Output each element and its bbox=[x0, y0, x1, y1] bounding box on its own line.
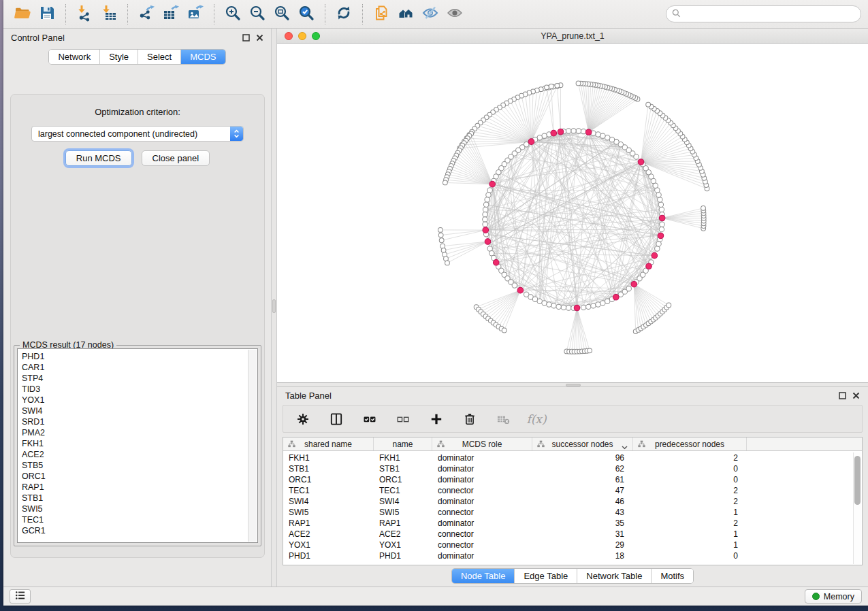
cell-shared_name[interactable]: TEC1 bbox=[283, 486, 374, 495]
graph-node[interactable] bbox=[542, 301, 547, 306]
cell-name[interactable]: ACE2 bbox=[374, 529, 432, 539]
save-session-button[interactable] bbox=[35, 3, 59, 26]
graph-node[interactable] bbox=[502, 328, 507, 333]
cell-predecessor_nodes[interactable]: 1 bbox=[633, 529, 747, 539]
cell-predecessor_nodes[interactable]: 2 bbox=[633, 453, 747, 463]
cell-predecessor_nodes[interactable]: 2 bbox=[633, 497, 747, 506]
float-panel-icon[interactable] bbox=[242, 34, 250, 42]
column-header-shared_name[interactable]: shared name bbox=[283, 437, 374, 450]
export-table-button[interactable] bbox=[159, 3, 183, 26]
mcds-result-item[interactable]: STB1 bbox=[22, 493, 257, 503]
graph-node[interactable] bbox=[655, 188, 660, 193]
cell-shared_name[interactable]: PHD1 bbox=[283, 551, 374, 561]
mcds-result-item[interactable]: SWI5 bbox=[22, 503, 257, 514]
cell-predecessor_nodes[interactable]: 0 bbox=[633, 464, 747, 474]
horizontal-splitter[interactable] bbox=[277, 383, 868, 387]
graph-node[interactable] bbox=[556, 304, 561, 309]
run-mcds-button[interactable]: Run MCDS bbox=[65, 150, 132, 166]
result-list-scrollbar[interactable] bbox=[248, 350, 257, 542]
graph-node[interactable] bbox=[660, 222, 664, 227]
table-row[interactable]: SWI5SWI5connector431 bbox=[283, 507, 862, 518]
column-header-name[interactable]: name bbox=[374, 437, 432, 450]
cell-mcds_role[interactable]: connector bbox=[432, 486, 532, 495]
graph-node[interactable] bbox=[596, 302, 600, 307]
graph-node[interactable] bbox=[646, 102, 651, 107]
vertical-splitter[interactable] bbox=[271, 29, 277, 587]
cell-name[interactable]: PHD1 bbox=[374, 551, 432, 561]
cell-name[interactable]: FKH1 bbox=[374, 453, 432, 463]
minimize-window-icon[interactable] bbox=[298, 32, 306, 40]
delete-table-icon[interactable] bbox=[495, 411, 511, 427]
graph-node[interactable] bbox=[537, 299, 542, 303]
delete-column-icon[interactable] bbox=[462, 411, 478, 427]
graph-node[interactable] bbox=[701, 205, 706, 210]
graph-node[interactable] bbox=[600, 133, 605, 138]
column-header-successor_nodes[interactable]: successor nodes bbox=[532, 437, 633, 450]
table-row[interactable]: ORC1ORC1dominator610 bbox=[283, 474, 862, 485]
mcds-result-item[interactable]: FKH1 bbox=[22, 438, 257, 449]
graph-node-mcds[interactable] bbox=[551, 130, 557, 136]
close-panel-icon[interactable] bbox=[256, 34, 263, 42]
graph-node[interactable] bbox=[486, 193, 491, 197]
graph-node[interactable] bbox=[555, 83, 560, 88]
cell-successor_nodes[interactable]: 43 bbox=[532, 508, 633, 517]
cell-shared_name[interactable]: YOX1 bbox=[283, 540, 374, 550]
column-header-predecessor_nodes[interactable]: predecessor nodes bbox=[633, 437, 747, 450]
cell-successor_nodes[interactable]: 18 bbox=[532, 551, 633, 561]
select-all-icon[interactable] bbox=[361, 411, 378, 427]
splitter-handle[interactable] bbox=[566, 384, 581, 386]
cell-successor_nodes[interactable]: 47 bbox=[532, 486, 633, 495]
graph-node[interactable] bbox=[445, 261, 450, 265]
cell-shared_name[interactable]: FKH1 bbox=[283, 453, 374, 463]
graph-node[interactable] bbox=[549, 84, 553, 89]
graph-node-mcds[interactable] bbox=[528, 139, 534, 145]
graph-node[interactable] bbox=[576, 129, 581, 133]
hide-selected-button[interactable] bbox=[418, 3, 443, 26]
cell-predecessor_nodes[interactable]: 0 bbox=[633, 551, 747, 561]
search-field[interactable] bbox=[666, 5, 861, 22]
graph-node[interactable] bbox=[596, 132, 600, 137]
cell-successor_nodes[interactable]: 29 bbox=[532, 540, 633, 550]
export-network-button[interactable] bbox=[134, 3, 159, 26]
zoom-out-button[interactable] bbox=[245, 3, 270, 26]
column-selector-icon[interactable] bbox=[328, 411, 344, 427]
graph-node[interactable] bbox=[591, 303, 596, 308]
cell-name[interactable]: SWI4 bbox=[374, 497, 432, 506]
graph-node-mcds[interactable] bbox=[646, 263, 652, 269]
cell-mcds_role[interactable]: dominator bbox=[432, 497, 532, 506]
memory-button[interactable]: Memory bbox=[805, 589, 862, 604]
cell-mcds_role[interactable]: dominator bbox=[432, 551, 532, 561]
cell-name[interactable]: SWI5 bbox=[374, 508, 432, 517]
graph-node[interactable] bbox=[483, 202, 488, 207]
cell-shared_name[interactable]: STB1 bbox=[283, 464, 374, 474]
zoom-selected-button[interactable] bbox=[294, 3, 319, 26]
show-all-button[interactable] bbox=[443, 3, 467, 26]
tab-node-table[interactable]: Node Table bbox=[452, 569, 515, 583]
close-window-icon[interactable] bbox=[285, 32, 293, 40]
import-network-button[interactable] bbox=[72, 3, 97, 26]
table-row[interactable]: PHD1PHD1dominator180 bbox=[283, 550, 862, 561]
open-file-button[interactable] bbox=[10, 3, 35, 26]
graph-node[interactable] bbox=[655, 246, 660, 251]
cell-name[interactable]: RAP1 bbox=[374, 518, 432, 528]
tab-mcds[interactable]: MCDS bbox=[180, 50, 225, 64]
graph-node-mcds[interactable] bbox=[489, 181, 496, 187]
mcds-result-item[interactable]: ORC1 bbox=[22, 471, 257, 482]
tab-network-table[interactable]: Network Table bbox=[577, 569, 651, 583]
mcds-result-item[interactable]: TEC1 bbox=[22, 514, 257, 525]
cell-predecessor_nodes[interactable]: 2 bbox=[633, 518, 747, 528]
import-table-button[interactable] bbox=[97, 3, 121, 26]
search-input[interactable] bbox=[684, 10, 855, 19]
cell-name[interactable]: STB1 bbox=[374, 464, 432, 474]
refresh-button[interactable] bbox=[332, 3, 356, 26]
graph-node[interactable] bbox=[487, 188, 492, 193]
maximize-window-icon[interactable] bbox=[312, 32, 320, 40]
graph-node[interactable] bbox=[438, 228, 443, 233]
cell-name[interactable]: TEC1 bbox=[374, 486, 432, 495]
cell-predecessor_nodes[interactable]: 1 bbox=[633, 508, 747, 517]
graph-node[interactable] bbox=[485, 197, 489, 202]
mcds-result-item[interactable]: SRD1 bbox=[22, 416, 257, 427]
zoom-fit-button[interactable] bbox=[270, 3, 294, 26]
graph-node[interactable] bbox=[483, 212, 487, 216]
graph-node[interactable] bbox=[439, 238, 444, 243]
